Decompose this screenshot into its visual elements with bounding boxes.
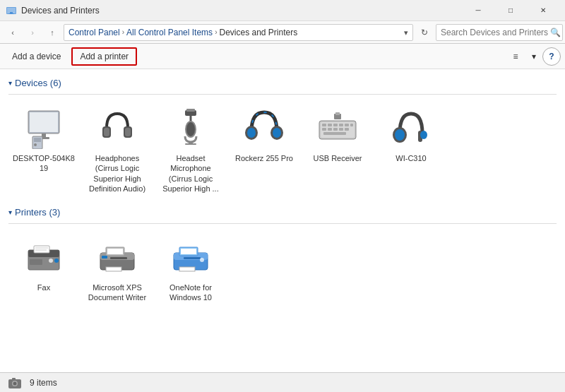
close-button[interactable]: ✕ (527, 0, 559, 21)
svg-rect-58 (106, 267, 121, 271)
forward-button[interactable]: › (24, 24, 41, 41)
xps-printer-icon (95, 234, 140, 280)
device-fax-label: Fax (37, 283, 50, 292)
svg-rect-64 (181, 249, 196, 254)
device-fax[interactable]: Fax (8, 230, 79, 308)
status-count: 9 items (30, 378, 57, 388)
svg-rect-66 (184, 257, 201, 259)
search-icon: 🔍 (550, 28, 561, 37)
headset-mic-icon (168, 105, 213, 150)
breadcrumb-dropdown[interactable]: ▾ (404, 28, 408, 37)
svg-point-52 (54, 259, 59, 263)
svg-rect-48 (34, 246, 49, 253)
svg-rect-57 (107, 249, 123, 254)
printers-divider (8, 223, 557, 224)
svg-rect-29 (328, 124, 332, 126)
breadcrumb-sep-1: › (122, 28, 124, 36)
device-usb-receiver[interactable]: USB Receiver (302, 100, 373, 198)
svg-rect-41 (335, 112, 340, 115)
window-title: Devices and Printers (21, 6, 462, 16)
svg-rect-28 (322, 124, 326, 126)
help-button[interactable]: ? (542, 47, 561, 66)
devices-section-title: Devices (6) (15, 78, 61, 88)
refresh-button[interactable]: ↻ (416, 24, 433, 41)
svg-rect-30 (333, 124, 338, 126)
device-headphones[interactable]: Headphones(Cirrus LogicSuperior HighDefi… (82, 100, 153, 198)
toolbar-right: ≡ ▾ ? (506, 47, 561, 66)
title-bar: Devices and Printers ─ □ ✕ (0, 0, 565, 21)
devices-divider (8, 94, 557, 95)
svg-point-43 (395, 129, 405, 141)
svg-rect-32 (345, 124, 349, 126)
device-rockerz-label: Rockerz 255 Pro (235, 153, 293, 163)
svg-rect-17 (186, 109, 195, 112)
breadcrumb-current: Devices and Printers (219, 28, 297, 37)
breadcrumb-control-panel[interactable]: Control Panel (69, 28, 120, 37)
devices-grid: DESKTOP-504K819 Headphones(Cirrus LogicS… (8, 100, 557, 198)
device-usb-receiver-label: USB Receiver (313, 153, 362, 163)
svg-point-51 (49, 259, 53, 263)
up-button[interactable]: ↑ (44, 24, 61, 41)
device-headset-mic-label: HeadsetMicrophone(Cirrus LogicSuperior H… (162, 153, 218, 194)
svg-rect-35 (328, 128, 332, 131)
desktop-icon (21, 105, 66, 150)
svg-rect-3 (8, 13, 14, 14)
svg-rect-38 (345, 128, 349, 131)
window-controls: ─ □ ✕ (462, 0, 559, 21)
svg-rect-21 (185, 143, 196, 145)
svg-rect-10 (34, 138, 41, 142)
svg-rect-13 (104, 128, 109, 136)
svg-point-67 (200, 258, 204, 262)
svg-point-70 (13, 381, 17, 385)
svg-rect-65 (179, 267, 195, 271)
minimize-button[interactable]: ─ (462, 0, 494, 21)
breadcrumb-all-items[interactable]: All Control Panel Items (126, 28, 213, 37)
printers-chevron: ▾ (8, 208, 12, 216)
svg-rect-37 (339, 128, 343, 131)
device-headphones-label: Headphones(Cirrus LogicSuperior HighDefi… (89, 153, 145, 194)
search-input[interactable] (436, 24, 563, 41)
svg-rect-33 (350, 124, 353, 126)
address-bar: ‹ › ↑ Control Panel › All Control Panel … (0, 21, 565, 44)
device-wic310[interactable]: WI-C310 (376, 100, 446, 198)
usb-keyboard-icon (315, 105, 360, 150)
device-desktop[interactable]: DESKTOP-504K819 (8, 100, 79, 198)
svg-point-19 (186, 122, 195, 136)
add-device-button[interactable]: Add a device (4, 47, 69, 66)
device-desktop-label: DESKTOP-504K819 (13, 153, 75, 174)
device-onenote-label: OneNote forWindows 10 (170, 283, 212, 303)
headphones-icon (95, 105, 140, 150)
printers-section-header[interactable]: ▾ Printers (3) (8, 207, 557, 218)
svg-point-25 (273, 128, 281, 138)
printers-section-title: Printers (3) (15, 207, 60, 218)
wic310-icon (388, 105, 434, 150)
svg-rect-15 (125, 128, 131, 136)
svg-rect-59 (102, 256, 107, 259)
view-button[interactable]: ≡ (506, 47, 525, 66)
device-xps[interactable]: Microsoft XPSDocument Writer (82, 230, 153, 308)
svg-rect-31 (339, 124, 343, 126)
device-onenote[interactable]: OneNote forWindows 10 (155, 230, 226, 308)
svg-rect-6 (30, 112, 58, 132)
svg-rect-39 (323, 132, 346, 135)
window-icon (6, 5, 17, 16)
svg-rect-2 (10, 12, 13, 13)
svg-rect-60 (110, 257, 127, 259)
devices-section-header[interactable]: ▾ Devices (6) (8, 78, 557, 88)
devices-chevron: ▾ (8, 79, 12, 87)
device-wic310-label: WI-C310 (396, 153, 426, 163)
status-icon (7, 375, 23, 391)
content-area: ▾ Devices (6) DE (0, 69, 565, 372)
status-bar: 9 items (0, 372, 565, 392)
svg-point-11 (34, 143, 37, 146)
view-dropdown-button[interactable]: ▾ (528, 47, 540, 66)
maximize-button[interactable]: □ (494, 0, 527, 21)
device-headset-mic[interactable]: HeadsetMicrophone(Cirrus LogicSuperior H… (155, 100, 226, 198)
add-printer-button[interactable]: Add a printer (71, 47, 137, 66)
device-rockerz[interactable]: Rockerz 255 Pro (229, 100, 299, 198)
back-button[interactable]: ‹ (4, 24, 21, 41)
svg-rect-34 (322, 128, 326, 131)
onenote-printer-icon (168, 234, 213, 280)
breadcrumb: Control Panel › All Control Panel Items … (64, 24, 413, 41)
svg-rect-53 (30, 259, 42, 265)
